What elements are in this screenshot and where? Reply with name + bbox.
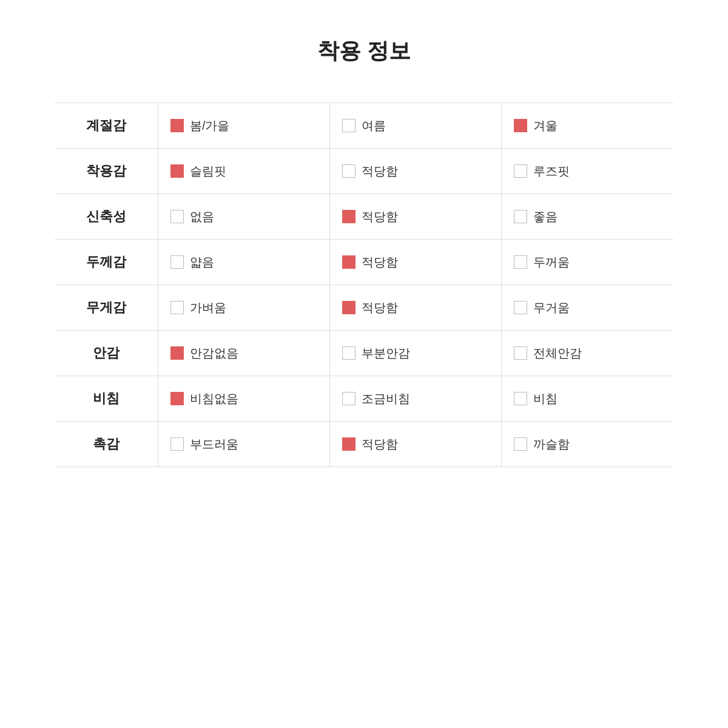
option-item: 적당함 — [342, 436, 489, 453]
row-label-5: 안감 — [55, 331, 158, 376]
table-row: 무게감가벼움적당함무거움 — [55, 285, 673, 331]
option-text: 루즈핏 — [533, 163, 570, 180]
option-cell-5-1: 부분안감 — [330, 331, 502, 376]
checkbox-icon[interactable] — [514, 301, 527, 314]
option-text: 까슬함 — [533, 436, 570, 453]
option-item: 부분안감 — [342, 345, 489, 362]
checkbox-icon[interactable] — [342, 346, 356, 360]
option-cell-7-1: 적당함 — [330, 422, 502, 467]
checkbox-icon[interactable] — [514, 210, 527, 223]
checkbox-icon[interactable] — [514, 392, 527, 405]
option-item: 안감없음 — [170, 345, 318, 362]
option-cell-7-2: 까슬함 — [502, 422, 673, 467]
option-item: 얇음 — [170, 254, 318, 271]
option-text: 적당함 — [362, 163, 398, 180]
checkbox-icon[interactable] — [342, 164, 356, 178]
checkbox-icon[interactable] — [342, 392, 356, 405]
checkbox-icon[interactable] — [170, 119, 184, 132]
option-cell-2-0: 없음 — [158, 194, 330, 240]
row-label-2: 신축성 — [55, 194, 158, 240]
option-text: 두꺼움 — [533, 254, 570, 271]
option-text: 슬림핏 — [190, 163, 226, 180]
table-row: 비침비침없음조금비침비침 — [55, 376, 673, 422]
option-cell-3-2: 두꺼움 — [502, 240, 673, 285]
option-item: 전체안감 — [514, 345, 661, 362]
option-cell-6-2: 비침 — [502, 376, 673, 422]
option-item: 슬림핏 — [170, 163, 318, 180]
row-label-3: 두께감 — [55, 240, 158, 285]
option-text: 적당함 — [362, 254, 398, 271]
checkbox-icon[interactable] — [170, 301, 184, 314]
checkbox-icon[interactable] — [514, 164, 527, 178]
checkbox-icon[interactable] — [514, 346, 527, 360]
page-title: 착용 정보 — [55, 36, 673, 66]
option-cell-0-1: 여름 — [330, 103, 502, 149]
option-text: 부분안감 — [362, 345, 410, 362]
checkbox-icon[interactable] — [342, 437, 356, 451]
checkbox-icon[interactable] — [170, 346, 184, 360]
option-cell-0-2: 겨울 — [502, 103, 673, 149]
option-item: 없음 — [170, 209, 318, 225]
option-cell-5-2: 전체안감 — [502, 331, 673, 376]
option-cell-3-0: 얇음 — [158, 240, 330, 285]
option-item: 봄/가을 — [170, 118, 318, 134]
option-text: 봄/가을 — [190, 118, 230, 134]
checkbox-icon[interactable] — [170, 210, 184, 223]
table-row: 계절감봄/가을여름겨울 — [55, 103, 673, 149]
option-text: 부드러움 — [190, 436, 238, 453]
checkbox-icon[interactable] — [514, 119, 527, 132]
option-item: 까슬함 — [514, 436, 661, 453]
main-container: 착용 정보 계절감봄/가을여름겨울착용감슬림핏적당함루즈핏신축성없음적당함좋음두… — [30, 0, 698, 504]
option-text: 없음 — [190, 209, 214, 225]
checkbox-icon[interactable] — [342, 210, 356, 223]
checkbox-icon[interactable] — [342, 119, 356, 132]
table-row: 착용감슬림핏적당함루즈핏 — [55, 149, 673, 194]
option-text: 전체안감 — [533, 345, 582, 362]
table-row: 신축성없음적당함좋음 — [55, 194, 673, 240]
option-item: 적당함 — [342, 163, 489, 180]
checkbox-icon[interactable] — [170, 255, 184, 269]
table-row: 촉감부드러움적당함까슬함 — [55, 422, 673, 467]
option-cell-2-2: 좋음 — [502, 194, 673, 240]
checkbox-icon[interactable] — [342, 255, 356, 269]
option-item: 적당함 — [342, 209, 489, 225]
checkbox-icon[interactable] — [170, 437, 184, 451]
option-text: 여름 — [362, 118, 386, 134]
option-text: 적당함 — [362, 300, 398, 316]
checkbox-icon[interactable] — [514, 437, 527, 451]
option-text: 얇음 — [190, 254, 214, 271]
option-cell-4-0: 가벼움 — [158, 285, 330, 331]
option-text: 겨울 — [533, 118, 558, 134]
option-text: 적당함 — [362, 209, 398, 225]
option-cell-4-1: 적당함 — [330, 285, 502, 331]
option-text: 조금비침 — [362, 391, 410, 407]
option-cell-6-0: 비침없음 — [158, 376, 330, 422]
option-cell-2-1: 적당함 — [330, 194, 502, 240]
option-cell-4-2: 무거움 — [502, 285, 673, 331]
option-item: 좋음 — [514, 209, 661, 225]
table-row: 두께감얇음적당함두꺼움 — [55, 240, 673, 285]
option-item: 비침없음 — [170, 391, 318, 407]
option-item: 여름 — [342, 118, 489, 134]
checkbox-icon[interactable] — [170, 392, 184, 405]
row-label-6: 비침 — [55, 376, 158, 422]
row-label-7: 촉감 — [55, 422, 158, 467]
checkbox-icon[interactable] — [170, 164, 184, 178]
option-cell-1-1: 적당함 — [330, 149, 502, 194]
option-cell-1-2: 루즈핏 — [502, 149, 673, 194]
row-label-4: 무게감 — [55, 285, 158, 331]
option-item: 두꺼움 — [514, 254, 661, 271]
row-label-0: 계절감 — [55, 103, 158, 149]
row-label-1: 착용감 — [55, 149, 158, 194]
option-item: 적당함 — [342, 254, 489, 271]
option-item: 조금비침 — [342, 391, 489, 407]
option-text: 비침없음 — [190, 391, 238, 407]
option-item: 루즈핏 — [514, 163, 661, 180]
option-item: 부드러움 — [170, 436, 318, 453]
checkbox-icon[interactable] — [514, 255, 527, 269]
option-item: 가벼움 — [170, 300, 318, 316]
option-cell-5-0: 안감없음 — [158, 331, 330, 376]
option-text: 적당함 — [362, 436, 398, 453]
option-cell-1-0: 슬림핏 — [158, 149, 330, 194]
checkbox-icon[interactable] — [342, 301, 356, 314]
